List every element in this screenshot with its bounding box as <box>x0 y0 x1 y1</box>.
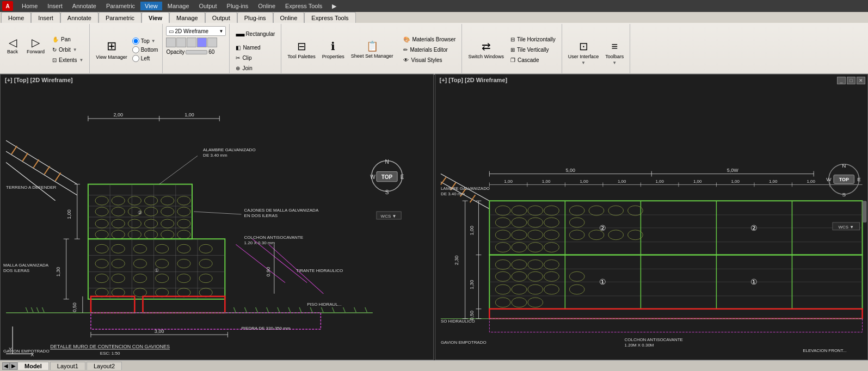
svg-point-155 <box>589 206 604 215</box>
view-left[interactable]: Left <box>131 54 159 63</box>
orbit-button[interactable]: ↻ Orbit ▼ <box>50 45 86 54</box>
vs-btn-4[interactable] <box>197 38 207 47</box>
menu-parametric[interactable]: Parametric <box>102 2 139 10</box>
tab-output[interactable]: Output <box>205 12 237 23</box>
svg-point-153 <box>544 206 559 215</box>
svg-line-92 <box>299 307 301 313</box>
sheet-set-manager-button[interactable]: 📋 Sheet Set Manager <box>348 34 396 65</box>
tab-manage[interactable]: Manage <box>169 12 205 23</box>
vs-btn-3[interactable] <box>187 38 196 47</box>
pan-icon: ✋ <box>52 36 59 42</box>
menu-express-tools[interactable]: Express Tools <box>281 2 327 10</box>
view-top-radio[interactable] <box>132 38 139 45</box>
tab-insert[interactable]: Insert <box>31 12 60 23</box>
tab-view[interactable]: View <box>141 12 169 23</box>
svg-point-160 <box>527 218 543 227</box>
join-button[interactable]: ⊕ Join <box>233 63 263 73</box>
vs-btn-5[interactable] <box>207 38 217 47</box>
rectangular-button[interactable]: ▬ Rectangular <box>233 26 278 41</box>
cascade-button[interactable]: ❐ Cascade <box>508 55 558 65</box>
viewport-right[interactable]: [+] [Top] [2D Wireframe] _ □ ✕ 5,00 5,0W <box>435 74 869 360</box>
tab-layout2[interactable]: Layout2 <box>87 362 122 370</box>
palettes-content: ⊟ Tool Palettes ℹ Properties 📋 Sheet Set… <box>284 25 459 74</box>
materials-browser-label: Materials Browser <box>412 36 455 42</box>
box2-label: ② <box>138 210 142 215</box>
label-terreno: TERRENO A DEFENDER <box>6 185 57 190</box>
svg-line-7 <box>56 173 61 181</box>
toolbars-button[interactable]: ≡ Toolbars ▼ <box>602 38 626 68</box>
svg-line-5 <box>33 159 39 168</box>
menu-plugins[interactable]: Plug-ins <box>223 2 253 10</box>
svg-point-183 <box>495 259 510 269</box>
vs-palette-icon: 👁 <box>403 57 409 63</box>
maximize-button[interactable]: □ <box>847 77 855 84</box>
menu-home[interactable]: Home <box>17 2 42 10</box>
menu-annotate[interactable]: Annotate <box>68 2 101 10</box>
vs-btn-2[interactable] <box>176 38 186 47</box>
menu-bar: A Home Insert Annotate Parametric View M… <box>0 0 868 12</box>
pan-button[interactable]: ✋ Pan <box>50 34 86 44</box>
menu-insert[interactable]: Insert <box>43 2 67 10</box>
views-col: Top ▼ Bottom Left <box>131 37 159 63</box>
menu-online[interactable]: Online <box>254 2 280 10</box>
close-button[interactable]: ✕ <box>857 77 865 84</box>
extents-button[interactable]: ⊡ Extents ▼ <box>50 55 86 65</box>
named-button[interactable]: ◧ Named <box>233 42 263 52</box>
view-manager-button[interactable]: ⊞ View Manager <box>93 34 130 65</box>
svg-point-77 <box>177 288 190 297</box>
menu-view[interactable]: View <box>140 2 162 10</box>
tab-plugins[interactable]: Plug-ins <box>237 12 273 23</box>
view-top[interactable]: Top ▼ <box>131 37 159 45</box>
dim-v100: 1,00 <box>66 209 72 219</box>
join-label: Join <box>242 65 252 71</box>
tab-express[interactable]: Express Tools <box>304 12 355 23</box>
app-icon[interactable]: A <box>2 1 13 11</box>
user-interface-button[interactable]: ⊡ User Interface ▼ <box>565 38 602 68</box>
tab-layout1[interactable]: Layout1 <box>50 362 85 370</box>
svg-point-69 <box>133 274 146 283</box>
tab-home[interactable]: Home <box>1 12 31 23</box>
svg-line-3 <box>11 146 17 154</box>
menu-output[interactable]: Output <box>195 2 221 10</box>
tab-online[interactable]: Online <box>273 12 305 23</box>
compass-s: S <box>385 189 389 195</box>
view-left-radio[interactable] <box>132 55 139 62</box>
tool-palettes-button[interactable]: ⊟ Tool Palettes <box>285 34 318 65</box>
clip-button[interactable]: ✂ Clip <box>233 53 263 63</box>
tab-prev-button[interactable]: ◀ <box>2 362 10 370</box>
tile-vertically-button[interactable]: ⊞ Tile Vertically <box>508 45 558 54</box>
tab-parametric[interactable]: Parametric <box>99 12 141 23</box>
menu-manage[interactable]: Manage <box>163 2 194 10</box>
svg-point-161 <box>544 218 559 227</box>
tab-next-button[interactable]: ▶ <box>10 362 17 370</box>
forward-button[interactable]: ▷ Forward <box>23 34 48 65</box>
properties-button[interactable]: ℹ Properties <box>319 34 347 65</box>
view-bottom-radio[interactable] <box>132 46 139 53</box>
visual-styles-palette-button[interactable]: 👁 Visual Styles <box>401 55 458 65</box>
sheet-set-label: Sheet Set Manager <box>351 53 393 59</box>
svg-line-82 <box>26 307 28 313</box>
svg-point-61 <box>95 259 108 268</box>
svg-point-67 <box>95 274 108 283</box>
materials-browser-button[interactable]: 🎨 Materials Browser <box>401 34 458 44</box>
materials-editor-button[interactable]: ✏ Materials Editor <box>401 45 458 54</box>
tab-model[interactable]: Model <box>17 362 49 370</box>
minimize-button[interactable]: _ <box>837 77 846 84</box>
svg-point-57 <box>133 244 146 253</box>
label-piso: PISO HIDRAUL... <box>307 302 341 307</box>
view-manager-icon: ⊞ <box>107 39 116 53</box>
wireframe-dropdown[interactable]: ▭ 2D Wireframe <box>166 26 226 36</box>
switch-windows-button[interactable]: ⇄ Switch Windows <box>465 34 507 65</box>
tab-annotate[interactable]: Annotate <box>60 12 99 23</box>
svg-point-162 <box>569 218 584 227</box>
svg-point-75 <box>133 288 146 297</box>
axis-x-label: X <box>30 352 34 357</box>
tile-horizontally-button[interactable]: ⊟ Tile Horizontally <box>508 34 558 44</box>
view-bottom[interactable]: Bottom <box>131 46 159 54</box>
viewport-left[interactable]: [+] [Top] [2D Wireframe] 2,00 1,00 <box>0 74 434 360</box>
menu-more[interactable]: ▶ <box>328 2 341 11</box>
vs-btn-1[interactable] <box>166 38 176 47</box>
back-button[interactable]: ◁ Back <box>3 34 22 65</box>
dim-300: 3,00 <box>155 329 164 334</box>
opacity-slider[interactable] <box>186 50 207 54</box>
